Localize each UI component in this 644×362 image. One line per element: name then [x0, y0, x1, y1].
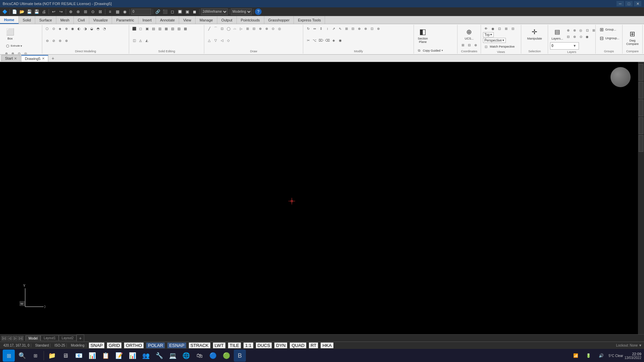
se-btn2[interactable]: ◻	[138, 25, 144, 32]
outlook-button[interactable]: 📊	[86, 350, 98, 362]
dm-btn2[interactable]: ⊙	[51, 25, 57, 32]
right-panel-tab5[interactable]	[639, 135, 643, 152]
mod-btn7[interactable]: ⊞	[343, 25, 350, 32]
qa-extra3[interactable]: ◻	[169, 8, 176, 15]
monitor-button[interactable]: 🖥	[59, 350, 71, 362]
dyn-toggle[interactable]: DYN	[274, 343, 287, 348]
add-tab-button[interactable]: +	[49, 55, 57, 62]
clock-display[interactable]: 22:09 13/03/2022	[625, 352, 641, 360]
draw-btn1[interactable]: ╱	[206, 25, 212, 32]
layout-tab-layout2[interactable]: Layout2	[59, 335, 77, 341]
top-view-dropdown[interactable]: Top ▼	[483, 32, 494, 37]
draw-btn9[interactable]: ⊕	[257, 25, 263, 32]
qa-extra4[interactable]: 🔲	[176, 8, 183, 15]
draw-btn5[interactable]: ⌓	[232, 25, 238, 32]
tab-insert[interactable]: Insert	[139, 16, 156, 24]
draw-btn4[interactable]: ◯	[225, 25, 231, 32]
qa-undo[interactable]: ↩	[50, 8, 57, 15]
layer-btn1[interactable]: ⊕	[565, 27, 571, 33]
mod-btn6[interactable]: ⇖	[337, 25, 343, 32]
qa-extra5[interactable]: ▣	[184, 8, 191, 15]
tab-civil[interactable]: Civil	[74, 16, 89, 24]
model-btn1[interactable]: ⊕	[3, 51, 9, 54]
start-button[interactable]: ⊞	[3, 350, 15, 362]
layout-nav-last[interactable]: ▷|	[18, 336, 23, 341]
draw-btn3[interactable]: ⊡	[219, 25, 225, 32]
remote-button[interactable]: 💻	[167, 350, 179, 362]
view-icon4[interactable]: ⊞	[503, 25, 509, 32]
layer-btn2[interactable]: ⊗	[572, 27, 578, 33]
search-button[interactable]: 🔍	[16, 350, 28, 362]
mod-btn11[interactable]: ⊡	[369, 25, 375, 32]
dm-btn10[interactable]: ◔	[102, 25, 108, 32]
qa-extra6[interactable]: ◼	[191, 8, 198, 15]
word-button[interactable]: 📝	[113, 350, 125, 362]
mod-btn2[interactable]: ⇔	[312, 25, 318, 32]
layout-nav-prev[interactable]: ◁	[7, 336, 12, 341]
mod-btn8[interactable]: ⊟	[350, 25, 356, 32]
tab-visualize[interactable]: Visualize	[89, 16, 112, 24]
copy-guided-arrow[interactable]: ▼	[441, 49, 443, 52]
view-cube[interactable]	[610, 67, 631, 87]
draw-btn16[interactable]: ◇	[225, 38, 231, 44]
devtools-button[interactable]: 🔧	[153, 350, 165, 362]
se-btn4[interactable]: ▤	[150, 25, 156, 32]
view-cube-sphere[interactable]	[610, 67, 631, 87]
model-btn4[interactable]: ◎	[22, 51, 29, 54]
qa-snap5[interactable]: ⊠	[97, 8, 104, 15]
polar-toggle[interactable]: POLAR	[146, 343, 165, 348]
excel-button[interactable]: 📊	[126, 350, 139, 362]
qa-more2[interactable]: ▦	[114, 8, 121, 15]
dm-btn7[interactable]: ◑	[83, 25, 89, 32]
draw-btn6[interactable]: ▷	[238, 25, 244, 32]
mod-btn10[interactable]: ⊗	[363, 25, 369, 32]
qa-snap2[interactable]: ⊗	[75, 8, 82, 15]
draw-btn12[interactable]: ◎	[276, 25, 282, 32]
se-btn1[interactable]: ⬛	[131, 25, 137, 32]
mod-btn16[interactable]: ⌫	[324, 38, 330, 44]
se-btn6[interactable]: ▦	[163, 25, 169, 32]
snap-toggle[interactable]: SNAP	[89, 343, 104, 348]
view-eye-icon[interactable]: 👁	[483, 25, 489, 32]
qa-extra2[interactable]: ⬛	[162, 8, 168, 15]
box-button[interactable]: ⬜ Box	[3, 25, 17, 42]
mod-btn4[interactable]: ↕	[324, 25, 330, 32]
qa-extra1[interactable]: 🔗	[154, 8, 161, 15]
coord-btn3[interactable]: ⊕	[473, 42, 479, 48]
group-button[interactable]: ⊞ Group...	[597, 25, 618, 34]
grid-toggle[interactable]: GRID	[107, 343, 121, 348]
layout-nav-first[interactable]: |◁	[1, 336, 7, 341]
tab-drawing5[interactable]: Drawing5 ✕	[21, 55, 48, 62]
se-btn5[interactable]: ▥	[157, 25, 163, 32]
layer-btn7[interactable]: ⊛	[572, 34, 578, 40]
qa-save[interactable]: 💾	[26, 8, 33, 15]
draw-btn8[interactable]: ⊟	[251, 25, 257, 32]
minimize-button[interactable]: ─	[616, 1, 624, 6]
layer-btn9[interactable]: ◉	[584, 34, 590, 40]
tab-start[interactable]: Start ✕	[1, 55, 20, 61]
dm-btn14[interactable]: ⊛	[63, 38, 69, 44]
browser-button[interactable]: 🌐	[180, 350, 192, 362]
layer-dropdown-btn[interactable]: ▼	[572, 43, 578, 49]
right-panel-tab1[interactable]	[639, 64, 643, 81]
draw-btn13[interactable]: △	[206, 38, 212, 44]
file-explorer-button[interactable]: 📁	[46, 350, 58, 362]
app3-button[interactable]: B	[234, 350, 246, 362]
draw-btn10[interactable]: ⊗	[264, 25, 270, 32]
dm-btn8[interactable]: ◒	[89, 25, 95, 32]
lwt-toggle[interactable]: LWT	[213, 343, 225, 348]
qa-bricslogo[interactable]: 🔷	[1, 8, 8, 15]
se-btn11[interactable]: ◬	[138, 38, 144, 44]
dm-btn12[interactable]: ⊘	[51, 38, 57, 44]
se-btn12[interactable]: ◭	[144, 38, 150, 44]
section-plane-button[interactable]: ◧ SectionPlane	[416, 25, 429, 45]
mod-btn15[interactable]: ⌦	[318, 38, 324, 44]
tile-toggle[interactable]: TILE	[228, 343, 241, 348]
layer-btn6[interactable]: ⊟	[565, 34, 571, 40]
qa-open[interactable]: 📂	[18, 8, 25, 15]
coord-btn2[interactable]: ⊟	[466, 42, 472, 48]
manipulate-button[interactable]: ✛ Manipulate	[526, 25, 543, 42]
rt-toggle[interactable]: RT	[309, 343, 318, 348]
display-mode-select[interactable]: 2dWireframe	[201, 8, 228, 15]
perspective-dropdown[interactable]: Perspective ▼	[483, 38, 506, 43]
